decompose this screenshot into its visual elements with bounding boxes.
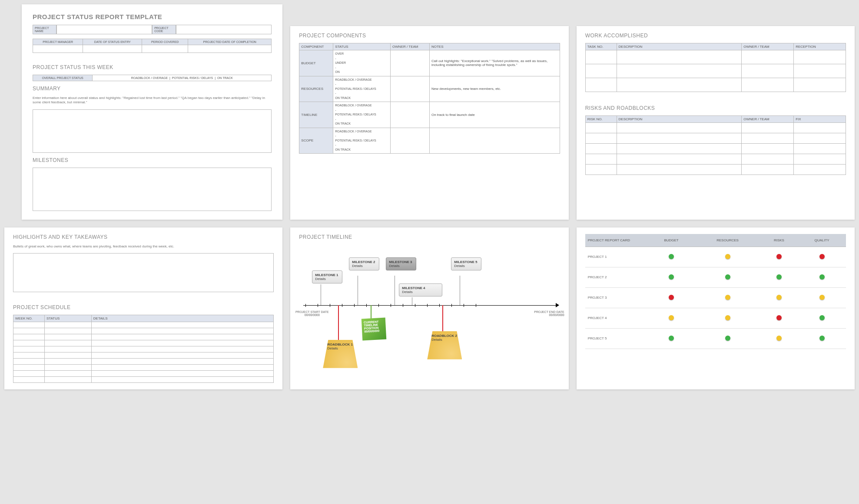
project-name-label: PROJECT NAME — [33, 25, 56, 34]
project-name-cell: PROJECT 4 — [585, 308, 648, 328]
status-dot-icon — [725, 295, 730, 300]
component-name: TIMELINE — [299, 102, 333, 128]
status-dot-icon — [819, 274, 825, 280]
component-notes: New developments, new team members, etc. — [429, 76, 560, 102]
risks-title: RISKS AND ROADBLOCKS — [585, 105, 846, 111]
status-week-heading: PROJECT STATUS THIS WEEK — [33, 64, 272, 70]
current-position-note: CURRENT TIMELINE POSITION 00/00/0000 — [362, 317, 387, 340]
status-dot-icon — [669, 315, 674, 320]
roadblock-2-box: ROADBLOCK 2Details — [427, 331, 462, 359]
project-name-cell: PROJECT 3 — [585, 287, 648, 308]
page-2: PROJECT COMPONENTS COMPONENT STATUS OWNE… — [290, 26, 568, 220]
components-table: COMPONENT STATUS OWNER / TEAM NOTES BUDG… — [299, 43, 560, 154]
page-3: WORK ACCOMPLISHED TASK NO. DESCRIPTION O… — [577, 26, 855, 220]
timeline-axis — [303, 305, 555, 306]
report-card-row: PROJECT 1 — [585, 247, 846, 267]
schedule-table: WEEK NO. STATUS DETAILS — [13, 315, 274, 383]
status-dot-icon — [669, 274, 674, 280]
milestone-5-box: MILESTONE 5Details — [451, 257, 481, 270]
component-owner[interactable] — [391, 76, 430, 102]
highlights-title: HIGHLIGHTS AND KEY TAKEAWAYS — [13, 234, 274, 240]
status-dot-icon — [819, 254, 825, 259]
summary-hint: Enter information here about overall sta… — [33, 96, 272, 105]
milestones-heading: MILESTONES — [33, 157, 272, 163]
highlights-hint: Bullets of great work, who owns what, wh… — [13, 244, 274, 249]
milestone-4-box: MILESTONE 4Details — [399, 283, 442, 296]
status-dot-icon — [669, 295, 674, 300]
summary-box[interactable] — [33, 109, 272, 153]
col-completion: PROJECTED DATE OF COMPLETION — [188, 39, 272, 45]
report-card-table: PROJECT REPORT CARD BUDGET RESOURCES RIS… — [585, 234, 846, 349]
status-dot-icon — [819, 336, 825, 341]
status-legend: OVERALL PROJECT STATUS ROADBLOCK / OVERA… — [33, 75, 272, 81]
risks-table: RISK NO. DESCRIPTION OWNER / TEAM FIX — [585, 115, 846, 175]
project-name-cell: PROJECT 2 — [585, 267, 648, 287]
page-1: PROJECT STATUS REPORT TEMPLATE PROJECT N… — [22, 4, 282, 220]
report-card-row: PROJECT 4 — [585, 308, 846, 328]
highlights-box[interactable] — [13, 253, 274, 292]
project-name-cell: PROJECT 5 — [585, 328, 648, 349]
status-dot-icon — [819, 315, 825, 320]
status-dot-icon — [776, 295, 782, 300]
start-date-label: PROJECT START DATE00/00/0000 — [295, 310, 329, 316]
milestone-1-box: MILESTONE 1Details — [312, 270, 342, 283]
component-row: RESOURCESROADBLOCK / OVERAGE-POTENTIAL R… — [299, 76, 560, 102]
col-period: PERIOD COVERED — [142, 39, 188, 45]
status-dot-icon — [669, 336, 674, 341]
page-6: PROJECT REPORT CARD BUDGET RESOURCES RIS… — [577, 227, 855, 389]
schedule-title: PROJECT SCHEDULE — [13, 304, 274, 310]
component-row: SCOPEROADBLOCK / OVERAGE-POTENTIAL RISKS… — [299, 128, 560, 154]
work-title: WORK ACCOMPLISHED — [585, 33, 846, 39]
page-4: HIGHLIGHTS AND KEY TAKEAWAYS Bullets of … — [4, 227, 282, 389]
legend-overall: OVERALL PROJECT STATUS — [33, 75, 93, 81]
status-dot-icon — [669, 254, 674, 259]
project-name-value[interactable] — [56, 25, 152, 34]
project-name-cell: PROJECT 1 — [585, 247, 648, 267]
page-5: PROJECT TIMELINE PROJECT START DATE00/00… — [290, 227, 568, 389]
report-card-row: PROJECT 2 — [585, 267, 846, 287]
components-title: PROJECT COMPONENTS — [299, 33, 560, 39]
component-status: ROADBLOCK / OVERAGE-POTENTIAL RISKS / DE… — [333, 128, 391, 154]
component-owner[interactable] — [391, 102, 430, 128]
milestone-2-box: MILESTONE 2Details — [349, 257, 379, 270]
timeline-diagram: PROJECT START DATE00/00/0000 PROJECT END… — [299, 253, 560, 375]
report-card-row: PROJECT 3 — [585, 287, 846, 308]
report-card-row: PROJECT 5 — [585, 328, 846, 349]
component-name: BUDGET — [299, 50, 333, 76]
component-row: BUDGETOVER-UNDER-ONCall out highlights: … — [299, 50, 560, 76]
project-name-code-row: PROJECT NAME PROJECT CODE — [33, 25, 272, 34]
project-meta-table: PROJECT MANAGER DATE OF STATUS ENTRY PER… — [33, 39, 272, 53]
milestones-box[interactable] — [33, 168, 272, 211]
component-notes: On track to final launch date — [429, 102, 560, 128]
timeline-arrow-icon — [556, 303, 559, 307]
col-manager: PROJECT MANAGER — [33, 39, 83, 45]
component-row: TIMELINEROADBLOCK / OVERAGE-POTENTIAL RI… — [299, 102, 560, 128]
component-notes: Call out highlights: "Exceptional work."… — [429, 50, 560, 76]
component-name: RESOURCES — [299, 76, 333, 102]
project-code-label: PROJECT CODE — [152, 25, 176, 34]
component-name: SCOPE — [299, 128, 333, 154]
component-status: ROADBLOCK / OVERAGE-POTENTIAL RISKS / DE… — [333, 102, 391, 128]
status-dot-icon — [725, 254, 730, 259]
project-code-value[interactable] — [176, 25, 272, 34]
status-dot-icon — [819, 295, 825, 300]
timeline-title: PROJECT TIMELINE — [299, 234, 560, 240]
status-dot-icon — [776, 254, 782, 259]
work-table: TASK NO. DESCRIPTION OWNER / TEAM RECEPT… — [585, 43, 846, 92]
milestone-3-box: MILESTONE 3Details — [386, 257, 416, 270]
roadblock-1-box: ROADBLOCK 1Details — [323, 340, 358, 368]
status-dot-icon — [725, 336, 730, 341]
status-dot-icon — [776, 336, 782, 341]
component-notes — [429, 128, 560, 154]
summary-heading: SUMMARY — [33, 86, 272, 92]
component-status: ROADBLOCK / OVERAGE-POTENTIAL RISKS / DE… — [333, 76, 391, 102]
col-date-entry: DATE OF STATUS ENTRY — [83, 39, 142, 45]
status-dot-icon — [776, 315, 782, 320]
end-date-label: PROJECT END DATE00/00/0000 — [530, 310, 564, 316]
status-dot-icon — [776, 274, 782, 280]
component-owner[interactable] — [391, 128, 430, 154]
document-grid: PROJECT STATUS REPORT TEMPLATE PROJECT N… — [4, 4, 855, 389]
status-dot-icon — [725, 315, 730, 320]
component-owner[interactable] — [391, 50, 430, 76]
page-title: PROJECT STATUS REPORT TEMPLATE — [33, 13, 272, 20]
